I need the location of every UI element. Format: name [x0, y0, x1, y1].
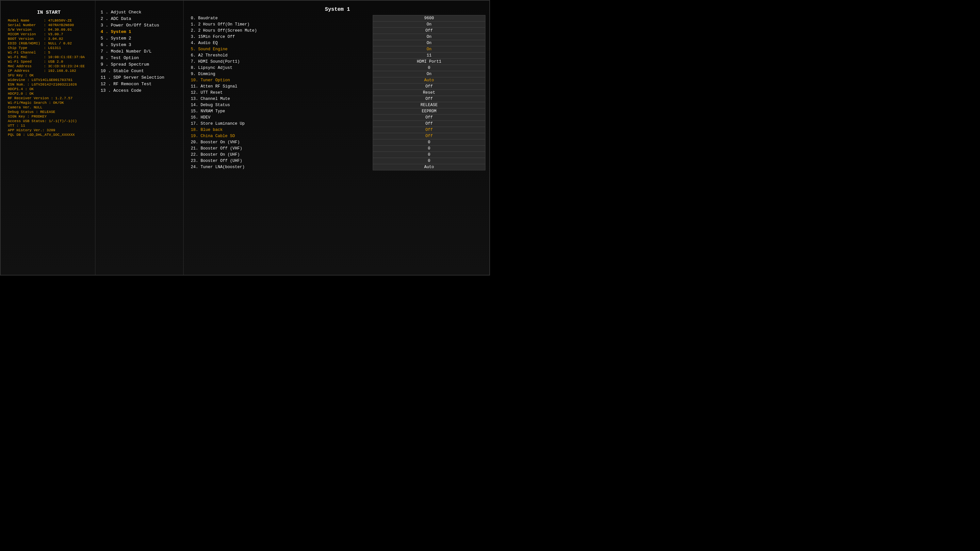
system-row-value: 0	[373, 158, 485, 164]
info-row: MICOM Version: V3.00.7	[8, 32, 90, 36]
menu-item-9[interactable]: 9 . Spread Spectrum	[100, 62, 180, 67]
system-row-18: 18. Blue back Off	[189, 127, 485, 133]
system-row-label: 15. NVRAM Type	[189, 108, 373, 114]
info-row: MAC Address: 3C:CD:93:23:24:EE	[8, 64, 90, 68]
info-row: BOOT Version: 3.04.02	[8, 37, 90, 41]
info-value: : 04.30.09.01	[44, 28, 72, 32]
info-label: EDID (RGB/HDMI)	[8, 41, 44, 45]
system-row-value: On	[373, 46, 485, 52]
system-row-value: 9600	[373, 15, 485, 22]
system-row-value: Auto	[373, 164, 485, 170]
right-panel-title: System 1	[189, 6, 485, 13]
info-label: Wi-Fi Speed	[8, 60, 44, 64]
info-value: : 407RAYB2N690	[44, 23, 74, 27]
info-label: Serial Number	[8, 23, 44, 27]
system-row-value: On	[373, 71, 485, 77]
system-row-value: HDMI Port1	[373, 59, 485, 65]
menu-item-12[interactable]: 12 . RF Remocon Test	[100, 82, 180, 86]
system-row-label: 0. Baudrate	[189, 15, 373, 22]
info-label: IP Address	[8, 69, 44, 73]
info-row: EDID (RGB/HDMI): NULL / 0.02	[8, 41, 90, 45]
system-row-label: 10. Tuner Option	[189, 77, 373, 84]
system-row-value: RELEASE	[373, 102, 485, 108]
system-row-value: Off	[373, 28, 485, 34]
menu-item-4[interactable]: 4 . System 1	[100, 29, 180, 34]
info-label: Wi-Fi MAC	[8, 55, 44, 59]
info-value: : V3.00.7	[44, 32, 63, 36]
menu-item-5[interactable]: 5 . System 2	[100, 36, 180, 41]
menu-item-11[interactable]: 11 . SDP Server Selection	[100, 75, 180, 80]
menu-item-6[interactable]: 6 . System 3	[100, 43, 180, 47]
menu-item-2[interactable]: 2 . ADC Data	[100, 16, 180, 21]
system-row-5: 5. Sound Engine On	[189, 46, 485, 52]
system-row-label: 23. Booster Off (UHF)	[189, 158, 373, 164]
system-row-15: 15. NVRAM Type EEPROM	[189, 108, 485, 114]
info-label: Chip Type	[8, 46, 44, 50]
menu-item-3[interactable]: 3 . Power On/Off Status	[100, 23, 180, 28]
system-row-label: 19. China Cable SO	[189, 133, 373, 140]
system-row-value: On	[373, 40, 485, 46]
system-row-17: 17. Store Luminance Up Off	[189, 121, 485, 127]
system-row-label: 3. 15Min Force Off	[189, 34, 373, 40]
system-row-label: 21. Booster Off (VHF)	[189, 146, 373, 152]
system-row-19: 19. China Cable SO Off	[189, 133, 485, 140]
system-row-value: Off	[373, 96, 485, 102]
system-row-1: 1. 2 Hours Off(On Timer) On	[189, 22, 485, 28]
system-row-7: 7. HDMI Sound(Port1) HDMI Port1	[189, 59, 485, 65]
system-row-22: 22. Booster On (UHF) 0	[189, 152, 485, 158]
menu-item-8[interactable]: 8 . Test Option	[100, 56, 180, 60]
system-row-13: 13. Channel Mute Off	[189, 96, 485, 102]
system-row-11: 11. Atten RF Signal Off	[189, 84, 485, 90]
info-plain-row: UTT : 11	[8, 124, 90, 128]
menu-item-7[interactable]: 7 . Model Number D/L	[100, 49, 180, 54]
system-row-8: 8. Lipsync Adjust 0	[189, 65, 485, 71]
info-row: Model Name: 47LB650V-ZE	[8, 19, 90, 22]
info-label: Wi-Fi Channel	[8, 51, 44, 54]
system-row-value: On	[373, 34, 485, 40]
info-row: Wi-Fi Speed: USB 2.0	[8, 60, 90, 64]
system-row-label: 5. Sound Engine	[189, 46, 373, 52]
system-row-value: 11	[373, 52, 485, 59]
system-row-value: Off	[373, 84, 485, 90]
main-screen: IN START Model Name: 47LB650V-ZESerial N…	[0, 0, 490, 275]
middle-panel: 1 . Adjust Check2 . ADC Data3 . Power On…	[95, 1, 184, 275]
system-row-value: Off	[373, 127, 485, 133]
info-row: IP Address: 192.168.0.102	[8, 69, 90, 73]
left-panel-title: IN START	[8, 10, 90, 15]
system-row-label: 8. Lipsync Adjust	[189, 65, 373, 71]
system-row-label: 9. Dimming	[189, 71, 373, 77]
info-value: : 10:08:C1:EE:37:0A	[44, 55, 84, 59]
info-value: : USB 2.0	[44, 60, 63, 64]
system-row-label: 7. HDMI Sound(Port1)	[189, 59, 373, 65]
info-row: S/W Version: 04.30.09.01	[8, 28, 90, 32]
info-value: : 3C:CD:93:23:24:EE	[44, 64, 84, 68]
system-row-value: Auto	[373, 77, 485, 84]
system-row-value: 0	[373, 140, 485, 146]
info-label: BOOT Version	[8, 37, 44, 41]
info-plain-row: HDCP2.0 : OK	[8, 92, 90, 96]
system-row-label: 2. 2 Hours Off(Screen Mute)	[189, 28, 373, 34]
info-value: : 192.168.0.102	[44, 69, 76, 73]
system-row-21: 21. Booster Off (VHF) 0	[189, 146, 485, 152]
system-row-label: 12. UTT Reset	[189, 90, 373, 96]
system-row-23: 23. Booster Off (UHF) 0	[189, 158, 485, 164]
system-row-value: 0	[373, 65, 485, 71]
info-plain-row: ESN Num. : LGTV20142=21003211026	[8, 83, 90, 86]
system-row-14: 14. Debug Status RELEASE	[189, 102, 485, 108]
menu-item-1[interactable]: 1 . Adjust Check	[100, 10, 180, 15]
menu-item-13[interactable]: 13 . Access Code	[100, 88, 180, 93]
system-row-9: 9. Dimming On	[189, 71, 485, 77]
system-row-value: Off	[373, 133, 485, 140]
system-row-label: 13. Channel Mute	[189, 96, 373, 102]
system-row-24: 24. Tuner LNA(booster) Auto	[189, 164, 485, 170]
system-row-label: 1. 2 Hours Off(On Timer)	[189, 22, 373, 28]
menu-item-10[interactable]: 10 . Stable Count	[100, 68, 180, 73]
info-value: : LG1311	[44, 46, 61, 50]
system-row-6: 6. A2 Threshold 11	[189, 52, 485, 59]
system-row-2: 2. 2 Hours Off(Screen Mute) Off	[189, 28, 485, 34]
system-row-label: 18. Blue back	[189, 127, 373, 133]
system-row-3: 3. 15Min Force Off On	[189, 34, 485, 40]
info-plain-row: HDCP1.4 : OK	[8, 87, 90, 91]
system-row-4: 4. Audio EQ On	[189, 40, 485, 46]
right-panel: System 1 0. Baudrate 9600 1. 2 Hours Off…	[184, 1, 489, 275]
